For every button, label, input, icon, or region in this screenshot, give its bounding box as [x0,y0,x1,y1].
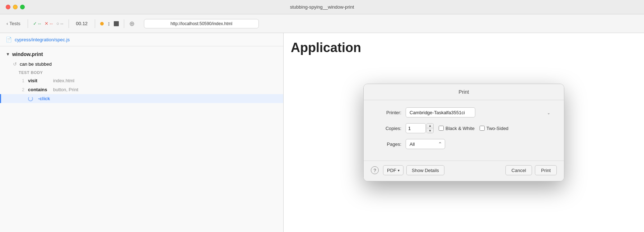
print-button[interactable]: Print [535,165,557,175]
status-dot [100,22,104,25]
spec-path[interactable]: cypress/integration/spec.js [15,37,70,42]
two-sided-checkbox-item: Two-Sided [480,126,508,131]
copies-label: Copies: [374,126,401,131]
main-layout: 📄 cypress/integration/spec.js ▼ window.p… [0,33,644,232]
pages-select[interactable]: All Custom [406,139,445,149]
two-sided-checkbox[interactable] [480,126,485,131]
target-icon[interactable]: ⊕ [129,20,135,28]
dialog-body: Printer: Cambridge-Taskalfa3551ci Copies… [364,100,564,161]
cmd-arg-2: button, Print [53,87,78,92]
window-title: stubbing-spying__window-print [290,4,354,10]
suite-title: ▼ window.print [0,49,283,59]
close-button[interactable] [6,5,10,9]
minimize-button[interactable] [13,5,18,9]
tests-label: Tests [9,21,20,26]
cmd-row-3[interactable]: -click [0,94,283,103]
cmd-row-1[interactable]: 1 visit index.html [0,76,283,85]
question-mark-icon: ? [373,168,376,173]
copies-input[interactable] [406,123,426,133]
pdf-label: PDF [387,168,396,173]
show-details-button[interactable]: Show Details [406,165,444,175]
black-white-checkbox[interactable] [439,126,444,131]
cmd-name-2: contains [28,87,50,92]
fail-count: -- [50,21,53,26]
spec-header: 📄 cypress/integration/spec.js [0,33,283,46]
left-panel: 📄 cypress/integration/spec.js ▼ window.p… [0,33,284,232]
test-item: ↺ can be stubbed [0,59,283,69]
pdf-button[interactable]: PDF ▾ [383,165,403,175]
dialog-footer: ? PDF ▾ Show Details Cancel Print [364,161,564,181]
pass-count: -- [38,21,41,26]
pending-status: ○ -- [56,21,64,26]
loading-spinner-icon [28,96,33,101]
timer: 00.12 [76,21,88,26]
cmd-name-1: visit [28,78,50,83]
cmd-num-1: 1 [19,78,24,83]
maximize-button[interactable] [20,5,25,9]
test-name: can be stubbed [20,61,52,67]
cancel-button[interactable]: Cancel [505,165,532,175]
collapse-arrow-icon[interactable]: ▼ [6,52,10,57]
copies-row: Copies: ▲ ▼ Black & White [374,123,553,133]
file-icon: 📄 [6,37,12,42]
suite-name: window.print [12,51,43,57]
pdf-chevron-icon: ▾ [398,168,400,172]
tests-back-button[interactable]: ‹ Tests [4,19,23,28]
cmd-num-2: 2 [19,87,24,92]
cmd-name-3: -click [38,96,50,101]
test-body-label: TEST BODY [0,69,283,76]
right-panel: Application Print Printer: Cambridge-Tas… [284,33,644,232]
checkmark-icon: ✓ [33,21,37,26]
black-white-label: Black & White [445,126,475,131]
two-sided-label: Two-Sided [486,126,508,131]
scroll-icon[interactable]: ↕ [107,20,110,27]
stepper-up-button[interactable]: ▲ [427,124,433,128]
pending-count: -- [60,21,64,26]
pages-select-wrapper: All Custom ⌃ [406,139,445,149]
chevron-left-icon: ‹ [6,21,8,26]
printer-select-wrapper: Cambridge-Taskalfa3551ci [406,107,553,117]
checkbox-group: Black & White Two-Sided [439,126,508,131]
separator-2 [69,19,69,28]
printer-label: Printer: [374,110,401,115]
print-dialog: Print Printer: Cambridge-Taskalfa3551ci [363,84,564,181]
url-bar[interactable]: http://localhost:50590/index.html [144,19,259,28]
pages-label: Pages: [374,141,401,147]
cmd-row-2[interactable]: 2 contains button, Print [0,85,283,94]
title-bar: stubbing-spying__window-print [0,0,644,14]
pass-status: ✓ -- [33,21,41,26]
separator-3 [95,19,95,28]
cmd-arg-1: index.html [53,78,74,83]
dialog-title: Print [364,84,564,100]
retry-icon: ↺ [13,61,17,67]
traffic-lights [6,5,25,9]
stop-button[interactable] [114,21,119,26]
dialog-overlay: Print Printer: Cambridge-Taskalfa3551ci [284,33,644,232]
pages-row: Pages: All Custom ⌃ [374,139,553,149]
test-suite: ▼ window.print ↺ can be stubbed TEST BOD… [0,46,283,106]
separator-4 [124,19,124,28]
fail-status: ✕ -- [45,21,53,26]
command-list: 1 visit index.html 2 contains button, Pr… [0,76,283,103]
printer-select[interactable]: Cambridge-Taskalfa3551ci [406,107,475,117]
circle-icon: ○ [56,21,59,26]
help-button[interactable]: ? [371,166,379,174]
separator-1 [28,19,28,28]
black-white-checkbox-item: Black & White [439,126,475,131]
cross-icon: ✕ [45,21,48,26]
copies-stepper[interactable]: ▲ ▼ [426,123,434,133]
toolbar: ‹ Tests ✓ -- ✕ -- ○ -- 00.12 ↕ ⊕ http://… [0,14,644,33]
printer-row: Printer: Cambridge-Taskalfa3551ci [374,107,553,117]
stepper-down-button[interactable]: ▼ [427,128,433,133]
